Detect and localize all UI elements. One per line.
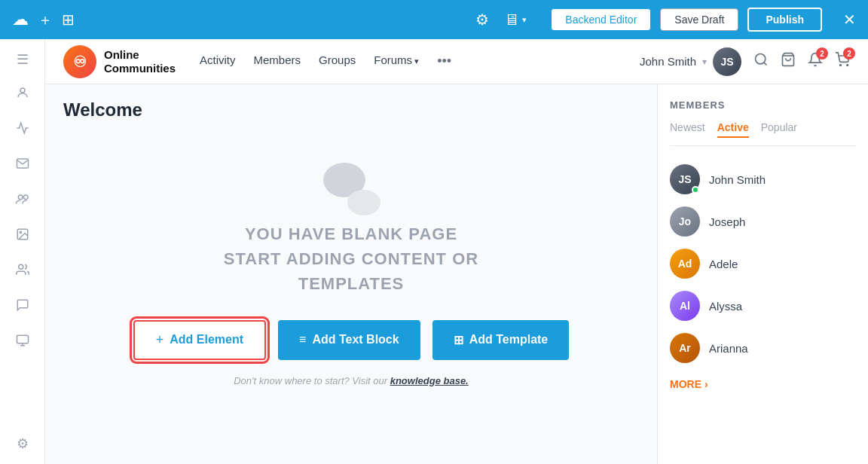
logo-text: Online Communities	[104, 48, 176, 75]
nav-right: John Smith ▾ JS 2 2	[640, 47, 850, 76]
topbar-gear-icon[interactable]: ⚙	[475, 11, 489, 29]
more-chevron-icon: ›	[704, 378, 708, 390]
sidebar-settings-icon[interactable]: ⚙	[17, 435, 29, 452]
nav-store-icon[interactable]	[781, 52, 796, 71]
logo-circle: ♾	[63, 45, 96, 78]
sidebar-group-icon[interactable]	[15, 192, 30, 209]
blank-page-area: YOU HAVE BLANK PAGE START ADDING CONTENT…	[63, 102, 639, 446]
member-name[interactable]: Arianna	[709, 342, 748, 355]
svg-point-5	[18, 264, 23, 269]
member-name[interactable]: Joseph	[709, 215, 745, 228]
member-item: Ad Adele	[670, 243, 856, 285]
member-avatar-img: Ar	[670, 333, 700, 363]
nav-notifications-icon[interactable]: 2	[808, 52, 823, 71]
save-draft-button[interactable]: Save Draft	[660, 8, 738, 31]
svg-line-10	[764, 63, 767, 66]
svg-point-12	[840, 65, 842, 66]
sidebar-menu-icon[interactable]: ☰	[17, 51, 29, 68]
member-item: Jo Joseph	[670, 200, 856, 243]
site-nav: ♾ Online Communities Activity Members Gr…	[45, 39, 868, 84]
nav-cart-icon[interactable]: 2	[835, 52, 850, 71]
member-item: Ar Arianna	[670, 327, 856, 369]
nav-activity[interactable]: Activity	[200, 53, 236, 69]
nav-user[interactable]: John Smith ▾ JS	[640, 47, 741, 76]
sidebar-monitor-icon[interactable]	[16, 334, 29, 351]
welcome-title: Welcome	[63, 99, 142, 121]
member-avatar: Al	[670, 291, 700, 321]
member-name[interactable]: Alyssa	[709, 300, 742, 313]
member-item: JS John Smith	[670, 158, 856, 200]
members-more-button[interactable]: MORE ›	[670, 378, 856, 390]
member-avatar: JS	[670, 164, 700, 194]
sidebar-image-icon[interactable]	[16, 227, 29, 245]
site-logo: ♾ Online Communities	[63, 45, 176, 78]
add-text-block-icon: ≡	[299, 333, 306, 346]
topbar-logo-icon: ☁	[12, 10, 29, 29]
svg-point-2	[23, 195, 28, 200]
notifications-badge: 2	[816, 47, 828, 60]
add-template-icon: ⊞	[454, 333, 463, 347]
svg-point-9	[756, 54, 766, 64]
member-avatar-img: Jo	[670, 206, 700, 237]
action-buttons: + Add Element ≡ Add Text Block ⊞ Add Tem…	[133, 320, 570, 360]
sidebar-chat-icon[interactable]	[16, 298, 29, 316]
members-tab-active[interactable]: Active	[717, 121, 749, 138]
member-avatar: Ad	[670, 249, 700, 279]
nav-members[interactable]: Members	[254, 53, 301, 69]
svg-rect-6	[17, 335, 28, 343]
backend-editor-button[interactable]: Backend Editor	[551, 8, 651, 31]
member-item: Al Alyssa	[670, 285, 856, 327]
sidebar-user-icon[interactable]	[16, 86, 29, 103]
svg-point-13	[847, 65, 848, 66]
nav-search-icon[interactable]	[753, 52, 769, 71]
member-avatar-img: Al	[670, 291, 700, 321]
nav-forums[interactable]: Forums	[374, 53, 419, 69]
topbar-add-icon[interactable]: ＋	[38, 10, 53, 30]
knowledge-base-link[interactable]: knowledge base.	[390, 375, 469, 386]
nav-groups[interactable]: Groups	[319, 53, 356, 69]
add-text-block-button[interactable]: ≡ Add Text Block	[278, 320, 420, 360]
member-avatar: Ar	[670, 333, 700, 363]
sidebar-activity-icon[interactable]	[16, 121, 29, 139]
main-layout: ☰ ⚙ ♾	[0, 39, 868, 464]
nav-more-icon[interactable]: •••	[437, 53, 451, 69]
content-area: ♾ Online Communities Activity Members Gr…	[45, 39, 868, 464]
nav-avatar: JS	[713, 47, 741, 76]
nav-username: John Smith	[640, 55, 696, 68]
add-template-button[interactable]: ⊞ Add Template	[432, 320, 570, 360]
nav-links: Activity Members Groups Forums •••	[200, 53, 640, 69]
topbar: ☁ ＋ ⊞ ⚙ 🖥 ▾ Backend Editor Save Draft Pu…	[0, 0, 868, 39]
add-element-plus-icon: +	[156, 332, 164, 348]
member-name[interactable]: Adele	[709, 258, 738, 270]
page-body: Welcome YOU HAVE BLANK PAGE START ADDING…	[45, 84, 868, 464]
member-online-dot	[692, 186, 699, 194]
sidebar-inbox-icon[interactable]	[16, 157, 29, 174]
topbar-close-icon[interactable]: ✕	[843, 11, 856, 29]
members-tab-newest[interactable]: Newest	[670, 121, 705, 138]
svg-point-1	[18, 195, 23, 200]
svg-point-0	[20, 88, 25, 93]
nav-dropdown-arrow: ▾	[702, 56, 707, 67]
member-name[interactable]: John Smith	[709, 173, 766, 186]
members-section-title: MEMBERS	[670, 99, 856, 111]
topbar-layout-icon[interactable]: ⊞	[62, 11, 75, 29]
page-main: Welcome YOU HAVE BLANK PAGE START ADDING…	[45, 84, 657, 464]
svg-point-4	[20, 231, 21, 233]
hint-text: Don't know where to start? Visit our kno…	[234, 375, 469, 386]
cart-badge: 2	[843, 47, 855, 60]
sidebar-people-icon[interactable]	[16, 263, 29, 280]
publish-button[interactable]: Publish	[747, 8, 822, 32]
left-sidebar: ☰ ⚙	[0, 39, 45, 464]
members-sidebar: MEMBERS Newest Active Popular JS John Sm…	[657, 84, 868, 464]
member-avatar: Jo	[670, 206, 700, 237]
members-tab-popular[interactable]: Popular	[761, 121, 797, 138]
blank-page-text: YOU HAVE BLANK PAGE START ADDING CONTENT…	[224, 221, 478, 296]
add-element-button[interactable]: + Add Element	[133, 320, 266, 360]
member-avatar-img: Ad	[670, 249, 700, 279]
topbar-monitor-icon[interactable]: 🖥 ▾	[504, 11, 527, 29]
members-tabs: Newest Active Popular	[670, 121, 856, 146]
blank-page-icon	[317, 163, 385, 215]
